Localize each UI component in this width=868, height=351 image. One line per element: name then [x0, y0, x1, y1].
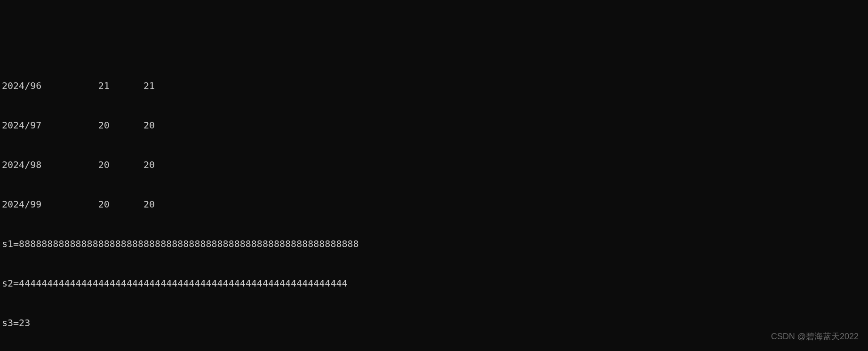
console-line: 2024/97 20 20 [2, 119, 866, 132]
console-line: 2024/98 20 20 [2, 158, 866, 171]
watermark-text: CSDN @碧海蓝天2022 [771, 331, 859, 343]
console-line: 2024/99 20 20 [2, 198, 866, 211]
console-line: s2=4444444444444444444444444444444444444… [2, 277, 866, 290]
console-line: s1=8888888888888888888888888888888888888… [2, 237, 866, 250]
console-output: 2024/96 21 21 2024/97 20 20 2024/98 20 2… [0, 53, 868, 351]
console-line: s3=23 [2, 316, 866, 329]
console-line: 2024/96 21 21 [2, 79, 866, 92]
